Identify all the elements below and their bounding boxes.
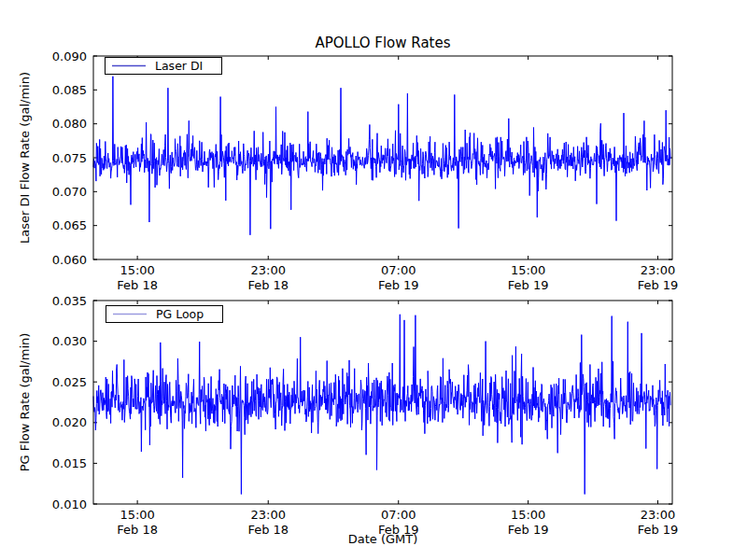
laser-di-y-axis-label: Laser DI Flow Rate (gal/min) <box>18 72 32 244</box>
x-tick-label-time: 07:00 <box>381 263 416 277</box>
y-tick-label: 0.090 <box>52 49 87 63</box>
x-tick-label-time: 23:00 <box>251 263 286 277</box>
series-line-laser-di <box>93 77 670 235</box>
y-tick-label: 0.015 <box>52 456 87 470</box>
x-tick-label-date: Feb 19 <box>508 523 549 537</box>
y-tick-label: 0.030 <box>52 334 87 348</box>
x-tick-label-date: Feb 18 <box>117 278 158 292</box>
x-tick-label-time: 23:00 <box>251 508 286 522</box>
subplot-pg-loop: 0.0100.0150.0200.0250.0300.03515:00Feb 1… <box>18 294 678 547</box>
figure: APOLLO Flow Rates 0.0600.0650.0700.0750.… <box>0 0 747 560</box>
y-tick-label: 0.075 <box>52 151 87 165</box>
x-tick-label-time: 23:00 <box>641 508 675 522</box>
subplot-laser-di: 0.0600.0650.0700.0750.0800.0850.09015:00… <box>18 49 678 293</box>
x-tick-label-date: Feb 19 <box>638 278 679 292</box>
y-tick-label: 0.070 <box>52 185 87 199</box>
legend-pg-loop: PG Loop <box>106 306 223 323</box>
x-tick-label-time: 15:00 <box>120 508 154 522</box>
y-tick-label: 0.065 <box>52 218 87 232</box>
x-tick-label-date: Feb 19 <box>638 523 679 537</box>
y-tick-label: 0.010 <box>52 497 87 511</box>
chart-title: APOLLO Flow Rates <box>315 35 450 51</box>
x-tick-label-date: Feb 18 <box>247 523 289 537</box>
x-tick-label-time: 07:00 <box>381 508 416 522</box>
x-axis-label: Date (GMT) <box>348 532 418 546</box>
x-tick-label-date: Feb 18 <box>247 278 289 292</box>
x-tick-label-time: 15:00 <box>120 263 154 277</box>
y-tick-label: 0.025 <box>52 375 87 389</box>
legend-label-pg-loop: PG Loop <box>156 307 204 321</box>
x-tick-label-time: 23:00 <box>641 263 675 277</box>
legend-label-laser-di: Laser DI <box>155 59 203 73</box>
y-tick-label: 0.085 <box>52 83 87 97</box>
y-tick-label: 0.080 <box>52 117 87 131</box>
y-tick-label: 0.060 <box>52 253 87 267</box>
x-tick-label-time: 15:00 <box>511 263 545 277</box>
x-tick-label-date: Feb 18 <box>117 523 158 537</box>
legend-laser-di: Laser DI <box>106 58 222 75</box>
pg-loop-y-axis-label: PG Flow Rate (gal/min) <box>18 333 32 472</box>
y-tick-label: 0.020 <box>52 415 87 429</box>
series-line-pg-loop <box>93 315 670 495</box>
x-tick-label-date: Feb 19 <box>508 278 549 292</box>
x-tick-label-time: 15:00 <box>511 508 545 522</box>
flow-rates-chart: APOLLO Flow Rates 0.0600.0650.0700.0750.… <box>0 0 747 560</box>
x-tick-label-date: Feb 19 <box>378 278 419 292</box>
y-tick-label: 0.035 <box>52 294 87 308</box>
